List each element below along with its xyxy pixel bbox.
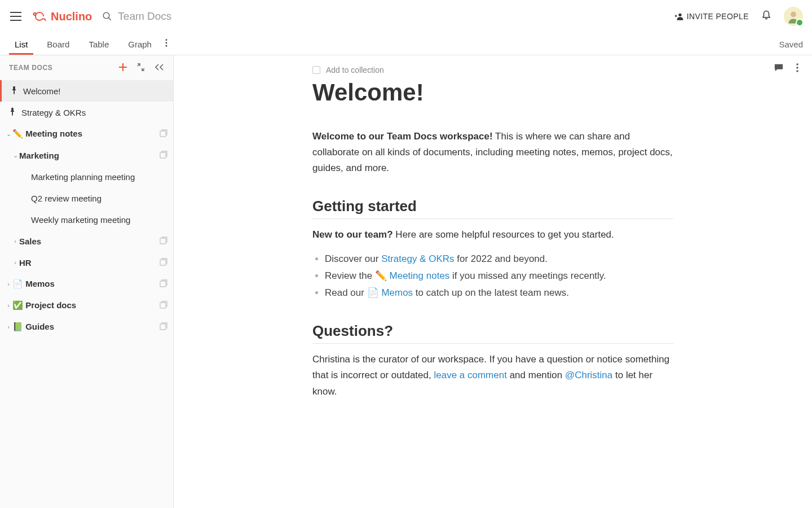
document-pane: Add to collection Welcome! Welcome to ou… (174, 55, 812, 508)
save-status: Saved (779, 40, 803, 55)
svg-rect-13 (160, 324, 166, 330)
sidebar-item-memos[interactable]: › 📄 Memos (0, 273, 173, 295)
invite-people-button[interactable]: INVITE PEOPLE (674, 12, 749, 21)
sidebar-item-welcome[interactable]: Welcome! (0, 80, 173, 102)
search-box[interactable] (102, 10, 287, 23)
chevron-down-icon[interactable]: ⌄ (5, 130, 12, 138)
heading-questions[interactable]: Questions? (312, 322, 673, 344)
heading-getting-started[interactable]: Getting started (312, 198, 673, 219)
svg-point-0 (34, 13, 36, 15)
doc-options-icon[interactable] (796, 63, 798, 75)
svg-rect-8 (160, 152, 166, 158)
link-strategy-okrs[interactable]: Strategy & OKRs (381, 253, 454, 264)
list-item[interactable]: Review the ✏️ Meeting notes if you misse… (325, 268, 673, 284)
list-item[interactable]: Discover our Strategy & OKRs for 2022 an… (325, 251, 673, 268)
collection-icon (160, 301, 167, 310)
sidebar: TEAM DOCS Welcome! Strategy & OKRs ⌄ ✏️ … (0, 55, 174, 508)
collection-icon (160, 322, 167, 332)
search-icon (102, 11, 112, 21)
collapse-sidebar-icon[interactable] (155, 64, 164, 72)
collection-icon (160, 258, 167, 268)
brand-logo[interactable]: Nuclino (32, 10, 92, 23)
sidebar-item-label: Sales (19, 237, 160, 246)
sidebar-title: TEAM DOCS (9, 64, 52, 72)
top-bar: Nuclino INVITE PEOPLE (0, 0, 812, 33)
collection-box-icon (312, 66, 320, 74)
svg-rect-9 (160, 238, 166, 244)
sidebar-item-marketing-planning[interactable]: Marketing planning meeting (0, 166, 173, 187)
sidebar-item-hr[interactable]: › HR (0, 252, 173, 273)
sidebar-item-guides[interactable]: › 📗 Guides (0, 316, 173, 338)
tab-list[interactable]: List (9, 40, 33, 55)
svg-rect-11 (160, 281, 166, 287)
sidebar-item-label: 📄 Memos (12, 279, 160, 289)
chevron-right-icon[interactable]: › (11, 259, 19, 266)
sidebar-item-label: ✅ Project docs (12, 300, 160, 310)
intro-paragraph[interactable]: Welcome to our Team Docs workspace! This… (312, 129, 673, 176)
tab-graph[interactable]: Graph (122, 40, 157, 55)
add-to-collection[interactable]: Add to collection (312, 65, 673, 75)
sidebar-item-strategy[interactable]: Strategy & OKRs (0, 102, 173, 123)
invite-label: INVITE PEOPLE (687, 12, 749, 21)
svg-point-2 (678, 14, 681, 16)
svg-point-16 (796, 70, 798, 72)
sidebar-item-q2-review[interactable]: Q2 review meeting (0, 187, 173, 209)
chevron-right-icon[interactable]: › (5, 302, 12, 309)
notifications-icon[interactable] (761, 10, 771, 23)
search-input[interactable] (118, 10, 287, 23)
sidebar-item-label: Strategy & OKRs (21, 108, 167, 117)
expand-icon[interactable] (137, 63, 145, 73)
tab-table[interactable]: Table (83, 40, 114, 55)
view-tabs: List Board Table Graph Saved (0, 33, 812, 55)
collection-icon (160, 151, 167, 160)
sidebar-item-label: 📗 Guides (12, 322, 160, 332)
chevron-down-icon[interactable]: ⌄ (11, 152, 19, 159)
sidebar-item-label: ✏️ Meeting notes (12, 129, 160, 139)
tab-board[interactable]: Board (41, 40, 75, 55)
svg-point-1 (104, 12, 110, 19)
svg-point-14 (796, 63, 798, 65)
svg-point-15 (796, 67, 798, 68)
sidebar-item-label: Welcome! (23, 86, 167, 96)
sidebar-item-label: Q2 review meeting (31, 194, 167, 203)
collection-icon (160, 237, 167, 246)
comment-icon[interactable] (774, 63, 784, 75)
svg-point-4 (166, 39, 167, 41)
sidebar-item-sales[interactable]: › Sales (0, 230, 173, 252)
svg-rect-7 (160, 131, 166, 137)
page-title[interactable]: Welcome! (312, 79, 673, 106)
svg-point-3 (791, 12, 796, 17)
brand-name: Nuclino (51, 10, 92, 23)
user-avatar[interactable] (784, 7, 803, 26)
collection-icon (160, 279, 167, 289)
tabs-overflow-icon[interactable] (165, 39, 167, 55)
new-doc-icon[interactable] (119, 63, 127, 73)
sidebar-item-label: Weekly marketing meeting (31, 215, 167, 225)
sidebar-item-label: Marketing (19, 151, 160, 160)
link-meeting-notes[interactable]: Meeting notes (390, 270, 450, 281)
svg-rect-10 (160, 260, 166, 265)
mention-christina[interactable]: @Christina (565, 370, 612, 380)
chevron-right-icon[interactable]: › (5, 323, 12, 330)
svg-point-5 (166, 42, 167, 44)
list-item[interactable]: Read our 📄 Memos to catch up on the late… (325, 284, 673, 301)
svg-rect-12 (160, 303, 166, 308)
chevron-right-icon[interactable]: › (11, 238, 19, 244)
link-leave-comment[interactable]: leave a comment (434, 370, 506, 380)
menu-icon[interactable] (9, 10, 23, 23)
pin-icon (11, 86, 17, 96)
questions-paragraph[interactable]: Christina is the curator of our workspac… (312, 352, 673, 399)
svg-point-6 (166, 45, 167, 47)
collection-icon (160, 129, 167, 139)
sidebar-item-weekly-marketing[interactable]: Weekly marketing meeting (0, 209, 173, 230)
chevron-right-icon[interactable]: › (5, 281, 12, 287)
new-team-paragraph[interactable]: New to our team? Here are some helpful r… (312, 227, 673, 243)
sidebar-item-marketing[interactable]: ⌄ Marketing (0, 144, 173, 166)
sidebar-item-meeting-notes[interactable]: ⌄ ✏️ Meeting notes (0, 123, 173, 144)
sidebar-item-label: HR (19, 258, 160, 268)
sidebar-item-label: Marketing planning meeting (31, 172, 167, 182)
add-collection-label: Add to collection (326, 65, 384, 75)
sidebar-item-project-docs[interactable]: › ✅ Project docs (0, 295, 173, 316)
link-memos[interactable]: Memos (381, 287, 413, 298)
person-add-icon (674, 12, 683, 20)
